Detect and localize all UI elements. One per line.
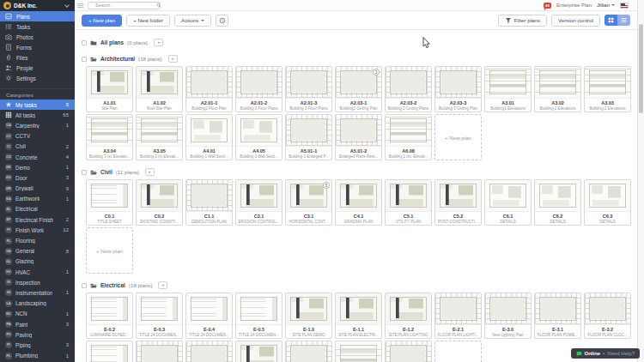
- category-item-inspection[interactable]: ISInspection: [0, 277, 75, 287]
- plan-card-e-0.2[interactable]: E-0.2LUMINAIRE SCHED...: [86, 293, 133, 339]
- category-item-door[interactable]: DODoor3: [0, 172, 75, 183]
- category-item-civil[interactable]: CICivil2: [0, 142, 75, 152]
- list-view-button[interactable]: [617, 15, 630, 26]
- category-item-hvac[interactable]: HVHVAC1: [0, 267, 75, 277]
- plan-card-a1.01[interactable]: A1.01Site Plan: [86, 66, 133, 112]
- plan-card-a1.02[interactable]: A1.02Roof Site Plan: [136, 66, 183, 112]
- scrollbar-thumb[interactable]: [639, 24, 643, 113]
- plan-card[interactable]: [235, 341, 283, 362]
- user-menu[interactable]: Jillian: [597, 3, 615, 8]
- new-folder-button[interactable]: + New folder: [126, 15, 170, 27]
- category-item-general[interactable]: GEGeneral8: [0, 246, 75, 256]
- plan-card-e-3.2[interactable]: E-3.2FLOOR PLAN CLOC...: [584, 293, 631, 339]
- section-menu-button[interactable]: [154, 39, 163, 46]
- plan-card[interactable]: [385, 341, 432, 362]
- category-item-drywall[interactable]: DRDrywall9: [0, 184, 75, 194]
- plan-card-a2.01-3[interactable]: A2.01-3Building 3 Floor Plans: [285, 66, 332, 112]
- help-widget[interactable]: Online • Need Help?: [571, 348, 640, 359]
- category-item-electrical-finish[interactable]: EFElectrical Finish2: [0, 214, 75, 225]
- plan-card-a5.01-1[interactable]: A5.01-1Building 1 Enlarged P...: [285, 114, 332, 160]
- plan-card-c1.1[interactable]: C1.1DEMOLITION PLAN: [185, 179, 233, 226]
- org-switcher[interactable]: D&K Inc.: [0, 0, 75, 11]
- plan-card[interactable]: [86, 341, 133, 362]
- plan-card-e-1.0[interactable]: E-1.0SITE PLAN DEMO: [285, 293, 332, 339]
- category-item-ncn[interactable]: NCNCN1: [0, 309, 75, 319]
- plan-card-c6.1[interactable]: C6.1DETAILS: [484, 179, 532, 226]
- plan-card-e-2.1[interactable]: E-2.1FLOOR PLAN LIGHTI...: [434, 293, 482, 339]
- category-item-flooring[interactable]: FLFlooring: [0, 235, 75, 245]
- plan-card-e-0.3[interactable]: E-0.3TITLE 24 DOCUMEN...: [136, 293, 183, 339]
- plan-card-c5.1[interactable]: C5.1UTILITY PLAN: [385, 179, 432, 226]
- plan-card-e-3.0[interactable]: E-3.0New Lighting Plan: [484, 293, 532, 339]
- new-plan-tile[interactable]: + New plan: [434, 341, 482, 362]
- plan-card-e-0.4[interactable]: E-0.4TITLE 24 DOCUMEN...: [185, 293, 233, 339]
- section-menu-button[interactable]: [158, 281, 167, 289]
- category-item-piping[interactable]: PIPiping3: [0, 340, 75, 350]
- history-button[interactable]: [216, 15, 228, 27]
- sidebar-item-settings[interactable]: Settings: [0, 73, 75, 83]
- plan-card[interactable]: [185, 341, 233, 362]
- plan-card-e-3.1[interactable]: E-3.1FLOOR PLAN POWE...: [534, 293, 581, 339]
- version-control-button[interactable]: Version control: [551, 15, 600, 27]
- plan-card-a2.03-3[interactable]: A2.03-3Building 3 Ceiling Plan: [434, 66, 482, 112]
- sidebar-item-plans[interactable]: Plans: [0, 11, 75, 21]
- us-flag-icon[interactable]: [620, 3, 629, 9]
- plan-card[interactable]: [285, 341, 332, 362]
- category-item-all-tasks[interactable]: All tasks65: [0, 110, 75, 120]
- category-item-landscaping[interactable]: LALandscaping: [0, 299, 75, 309]
- plan-card-a3.02[interactable]: A3.02Building 2 Elevations: [534, 66, 581, 112]
- plan-card-c0.1[interactable]: C0.1TITLE SHEET: [86, 179, 133, 226]
- plan-card-a2.01-1[interactable]: A2.01-1Building1 Floor Plan: [185, 66, 233, 112]
- section-menu-button[interactable]: [168, 55, 178, 63]
- plan-card-e-1.2[interactable]: E-1.2SITE PLAN LIGHTING: [385, 293, 432, 339]
- plan-card-a3.05[interactable]: A3.05Building 3 (n) Elevati...: [136, 114, 183, 160]
- category-item-instrumentation[interactable]: INInstrumentation1: [0, 287, 75, 298]
- sidebar-item-photos[interactable]: Photos: [0, 32, 75, 42]
- plan-card-c6.2[interactable]: C6.2DETAILS: [534, 179, 581, 226]
- section-checkbox[interactable]: [82, 283, 87, 288]
- category-item-concrete[interactable]: COConcrete4: [0, 152, 75, 162]
- sidebar-item-files[interactable]: Files: [0, 52, 75, 63]
- sidebar-item-forms[interactable]: Forms: [0, 42, 75, 52]
- section-checkbox[interactable]: [82, 170, 87, 175]
- new-plan-tile[interactable]: + New plan: [86, 227, 133, 274]
- plan-card-a3.04[interactable]: A3.04Building 3 (e) Elevatio...: [86, 114, 133, 160]
- category-item-my-tasks[interactable]: My tasks5: [0, 100, 75, 110]
- plan-card-e-0.5[interactable]: E-0.5TITLE 24 DOCUMEN...: [235, 293, 283, 339]
- category-item-earthwork[interactable]: EAEarthwork1: [0, 194, 75, 204]
- category-item-paving[interactable]: PVPaving: [0, 329, 75, 340]
- new-plan-button[interactable]: + New plan: [82, 15, 122, 27]
- plan-card-a4.05[interactable]: A4.05Building 3 Wall Secti...: [235, 114, 283, 160]
- plan-card-a2.01-2[interactable]: A2.01-2Building 2 Floor Plans: [235, 66, 283, 112]
- notification-badge[interactable]: 49: [544, 3, 551, 9]
- section-checkbox[interactable]: [82, 40, 87, 45]
- actions-button[interactable]: Actions: [174, 15, 211, 27]
- section-checkbox[interactable]: [82, 57, 87, 62]
- plan-card-a6.08[interactable]: A6.08Building 2 Int. Elevati...: [385, 114, 432, 160]
- category-item-demo[interactable]: DEDemo1: [0, 162, 75, 172]
- plan-card-e-1.1[interactable]: E-1.1SITE PLAN ELECTRI...: [335, 293, 382, 339]
- plan-card-a3.03[interactable]: A3.03Building 2 Elevations: [584, 66, 631, 112]
- plan-card-a2.03-1[interactable]: 3A2.03-1Building1 Ceiling Plan: [335, 66, 382, 112]
- plan-card[interactable]: [335, 341, 382, 362]
- plan-card-a2.03-2[interactable]: A2.03-2Building 2 Ceiling Plans: [385, 66, 432, 112]
- section-menu-button[interactable]: [145, 168, 155, 176]
- plan-card-a5.01-2[interactable]: A5.01-2Enlarged Plans Rest...: [335, 114, 382, 160]
- plan-card-a4.01[interactable]: A4.01Building 1 Wall Secti...: [185, 114, 233, 160]
- category-item-cctv[interactable]: CCCCTV: [0, 131, 75, 142]
- plan-card-c5.2[interactable]: C5.2POST-CONSTRUCTI...: [434, 179, 482, 226]
- plan-card-c3.1[interactable]: 5C3.1HORIZONTAL CONT...: [285, 179, 332, 226]
- plan-card-c0.2[interactable]: C0.2EXISTING CONDITI...: [136, 179, 183, 226]
- plan-card-c4.1[interactable]: C4.1GRADING PLAN: [335, 179, 382, 226]
- category-item-glazing[interactable]: GLGlazing: [0, 256, 75, 267]
- menu-icon[interactable]: [77, 3, 83, 8]
- scrollbar[interactable]: [637, 0, 644, 362]
- category-item-plumbing[interactable]: PLPlumbing1: [0, 351, 75, 361]
- category-item-paint[interactable]: PAPaint3: [0, 319, 75, 329]
- category-item-carpentry[interactable]: CACarpentry1: [0, 120, 75, 130]
- grid-view-button[interactable]: [605, 15, 617, 26]
- plan-card[interactable]: [136, 341, 183, 362]
- search-input[interactable]: [88, 3, 156, 8]
- category-item-electrical[interactable]: ELElectrical: [0, 204, 75, 214]
- sidebar-item-people[interactable]: People: [0, 63, 75, 73]
